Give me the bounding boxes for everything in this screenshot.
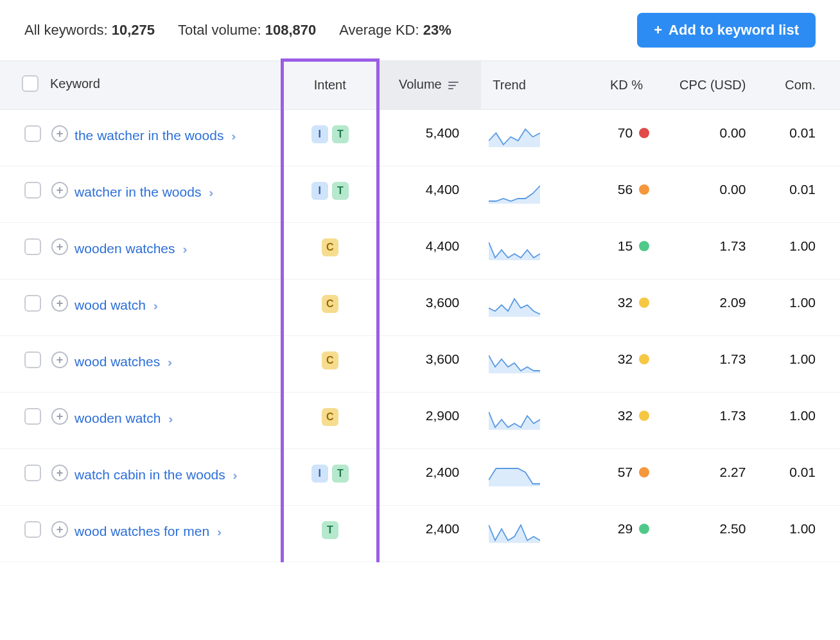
chevrons-icon[interactable]: ›› <box>209 186 210 199</box>
intent-badge-c[interactable]: C <box>322 295 338 313</box>
summary-avg-kd-value: 23% <box>423 22 451 38</box>
table-row: + wood watches ›› C 3,600 32 1.73 1.00 <box>0 336 840 393</box>
keyword-link[interactable]: wood watches <box>74 354 160 369</box>
cpc-value: 1.73 <box>657 336 762 393</box>
trend-sparkline <box>481 280 572 336</box>
sort-desc-icon <box>448 78 459 93</box>
row-checkbox[interactable] <box>24 238 41 255</box>
intent-badge-i[interactable]: I <box>311 125 328 143</box>
intent-badge-c[interactable]: C <box>322 238 338 256</box>
volume-value: 3,600 <box>376 336 481 393</box>
keyword-link[interactable]: watch cabin in the woods <box>74 467 225 482</box>
kd-difficulty-dot <box>639 128 649 138</box>
cpc-value: 2.27 <box>657 449 762 506</box>
com-value: 1.00 <box>762 223 840 280</box>
kd-value: 57 <box>618 465 633 480</box>
table-row: + wood watches for men ›› T 2,400 29 2.5… <box>0 506 840 562</box>
plus-icon: + <box>654 22 662 39</box>
expand-icon[interactable]: + <box>51 295 68 312</box>
intent-badge-c[interactable]: C <box>322 408 338 426</box>
summary-total-volume-label: Total volume: <box>178 22 265 38</box>
expand-icon[interactable]: + <box>51 465 68 481</box>
summary-avg-kd: Average KD: 23% <box>339 22 451 39</box>
keyword-link[interactable]: wood watch <box>74 298 146 312</box>
kd-value: 70 <box>618 125 633 141</box>
expand-icon[interactable]: + <box>51 408 68 425</box>
intent-badge-t[interactable]: T <box>322 521 338 539</box>
intent-badge-t[interactable]: T <box>332 182 349 200</box>
chevrons-icon[interactable]: ›› <box>217 526 218 538</box>
keyword-link[interactable]: wooden watch <box>74 411 161 425</box>
chevrons-icon[interactable]: ›› <box>233 469 234 482</box>
summary-total-volume-value: 108,870 <box>265 22 317 38</box>
volume-value: 5,400 <box>376 110 481 166</box>
com-value: 1.00 <box>762 280 840 336</box>
kd-difficulty-dot <box>639 298 649 308</box>
table-header-row: Keyword Intent Volume Trend KD % CPC (US… <box>0 61 840 110</box>
expand-icon[interactable]: + <box>51 238 68 255</box>
chevrons-icon[interactable]: ›› <box>182 243 184 256</box>
row-checkbox[interactable] <box>24 295 41 312</box>
kd-value: 29 <box>618 521 633 537</box>
col-header-kd[interactable]: KD % <box>573 61 657 110</box>
kd-difficulty-dot <box>639 524 649 534</box>
summary-all-keywords-label: All keywords: <box>24 22 112 38</box>
col-header-com[interactable]: Com. <box>762 61 840 110</box>
table-row: + wooden watch ›› C 2,900 32 1.73 1.00 <box>0 393 840 449</box>
kd-difficulty-dot <box>639 411 649 421</box>
cpc-value: 1.73 <box>657 223 762 280</box>
intent-badge-i[interactable]: I <box>311 182 328 200</box>
col-header-trend-label: Trend <box>493 78 526 92</box>
intent-badge-i[interactable]: I <box>311 465 328 483</box>
expand-icon[interactable]: + <box>51 182 68 199</box>
volume-value: 2,900 <box>376 393 481 449</box>
expand-icon[interactable]: + <box>51 521 68 538</box>
volume-value: 3,600 <box>376 280 481 336</box>
cpc-value: 0.00 <box>657 110 762 166</box>
col-header-keyword[interactable]: Keyword <box>0 61 284 110</box>
summary-all-keywords-value: 10,275 <box>112 22 155 38</box>
select-all-checkbox[interactable] <box>22 75 39 92</box>
kd-value: 32 <box>618 408 633 423</box>
row-checkbox[interactable] <box>24 182 41 199</box>
col-header-trend[interactable]: Trend <box>481 61 572 110</box>
table-row: + watch cabin in the woods ›› IT 2,400 5… <box>0 449 840 506</box>
row-checkbox[interactable] <box>24 521 41 538</box>
intent-badge-t[interactable]: T <box>332 465 349 483</box>
volume-value: 2,400 <box>376 449 481 506</box>
summary-bar: All keywords: 10,275 Total volume: 108,8… <box>0 0 840 60</box>
col-header-cpc-label: CPC (USD) <box>679 78 746 92</box>
intent-badge-c[interactable]: C <box>322 351 338 369</box>
summary-all-keywords: All keywords: 10,275 <box>24 22 155 39</box>
keyword-link[interactable]: watcher in the woods <box>74 184 201 199</box>
add-to-list-label: Add to keyword list <box>669 22 799 39</box>
trend-sparkline <box>481 336 572 393</box>
intent-badge-t[interactable]: T <box>332 125 349 143</box>
col-header-com-label: Com. <box>785 78 816 92</box>
trend-sparkline <box>481 449 572 506</box>
com-value: 0.01 <box>762 166 840 223</box>
row-checkbox[interactable] <box>24 351 41 368</box>
keyword-link[interactable]: the watcher in the woods <box>74 128 223 143</box>
keyword-link[interactable]: wood watches for men <box>74 524 209 538</box>
row-checkbox[interactable] <box>24 408 41 425</box>
kd-difficulty-dot <box>639 241 649 251</box>
chevrons-icon[interactable]: ›› <box>168 413 170 425</box>
com-value: 1.00 <box>762 393 840 449</box>
expand-icon[interactable]: + <box>51 351 68 368</box>
volume-value: 4,400 <box>376 166 481 223</box>
chevrons-icon[interactable]: ›› <box>231 130 232 143</box>
chevrons-icon[interactable]: ›› <box>153 299 155 312</box>
row-checkbox[interactable] <box>24 125 41 142</box>
volume-value: 4,400 <box>376 223 481 280</box>
col-header-volume[interactable]: Volume <box>376 61 481 110</box>
col-header-intent[interactable]: Intent <box>284 61 376 110</box>
kd-value: 15 <box>618 238 633 254</box>
add-to-list-button[interactable]: + Add to keyword list <box>637 13 816 48</box>
expand-icon[interactable]: + <box>51 125 68 142</box>
col-header-cpc[interactable]: CPC (USD) <box>657 61 762 110</box>
chevrons-icon[interactable]: ›› <box>168 356 169 369</box>
keyword-link[interactable]: wooden watches <box>74 241 175 256</box>
row-checkbox[interactable] <box>24 465 41 481</box>
kd-value: 32 <box>618 351 633 367</box>
